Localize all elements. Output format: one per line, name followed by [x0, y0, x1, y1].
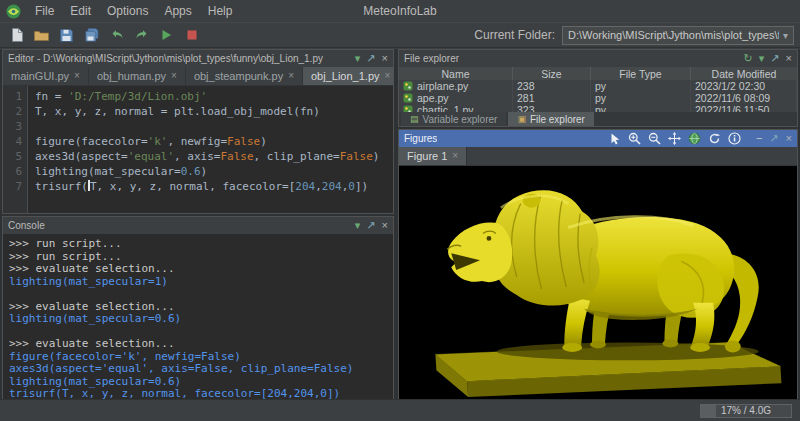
- file-size: 238: [513, 80, 591, 92]
- file-row-airplane-py[interactable]: airplane.py238py2023/1/2 02:30: [399, 80, 797, 92]
- figures-panel: Figures −↗× Figure 1×: [398, 129, 798, 400]
- close-icon[interactable]: ×: [786, 53, 792, 64]
- column-header-date-modified[interactable]: Date Modified: [691, 67, 797, 80]
- tab-close-icon[interactable]: ×: [452, 151, 458, 161]
- figures-window-controls: −↗×: [756, 133, 792, 144]
- open-file-icon[interactable]: [31, 25, 52, 46]
- rotate-icon[interactable]: [708, 132, 721, 145]
- figure-canvas[interactable]: [399, 166, 797, 399]
- save-file-icon[interactable]: [56, 25, 77, 46]
- info-icon[interactable]: [728, 132, 741, 145]
- new-file-icon[interactable]: [6, 25, 27, 46]
- line-number: 4: [3, 134, 22, 149]
- current-folder-combobox[interactable]: D:\Working\MIScript\Jython\mis\plot_type…: [562, 26, 794, 45]
- figure-tab-figure-1[interactable]: Figure 1×: [399, 147, 467, 165]
- float-icon[interactable]: ↗: [366, 53, 375, 64]
- grid-icon: ▤: [410, 115, 419, 124]
- run-script-icon[interactable]: [156, 25, 177, 46]
- stop-icon[interactable]: [181, 25, 202, 46]
- code-content[interactable]: fn = 'D:/Temp/3d/Lion.obj'T, x, y, z, no…: [28, 86, 393, 213]
- zoom-in-icon[interactable]: [628, 132, 641, 145]
- undo-icon[interactable]: [106, 25, 127, 46]
- python-file-icon: [403, 93, 413, 103]
- select-arrow-icon[interactable]: [610, 133, 621, 145]
- figure-tabstrip: Figure 1×: [399, 147, 797, 166]
- save-all-icon[interactable]: [81, 25, 102, 46]
- line-number: 2: [3, 104, 22, 119]
- file-table-header: NameSizeFile TypeDate Modified: [399, 67, 797, 80]
- tab-label: obj_steampunk.py: [194, 70, 283, 82]
- close-icon[interactable]: ×: [786, 133, 792, 144]
- tab-close-icon[interactable]: ×: [74, 71, 80, 81]
- main-area: Editor - D:\Working\MIScript\Jython\mis\…: [0, 49, 800, 399]
- minimize-icon[interactable]: −: [756, 133, 762, 144]
- file-date-modified: 2023/1/2 02:30: [691, 80, 797, 92]
- explorer-panel-tabs: ▤Variable explorer▣File explorer: [399, 112, 797, 126]
- panel-tab-file-explorer[interactable]: ▣File explorer: [508, 112, 594, 126]
- column-header-size[interactable]: Size: [513, 67, 591, 80]
- file-row-ape-py[interactable]: ape.py281py2022/11/6 08:09: [399, 92, 797, 104]
- chevron-down-icon[interactable]: ▾: [759, 53, 765, 64]
- editor-tab-obj-lion-1-py[interactable]: obj_Lion_1.py×: [303, 67, 394, 85]
- file-name: ape.py: [417, 92, 449, 104]
- column-header-file-type[interactable]: File Type: [591, 67, 691, 80]
- editor-tab-obj-human-py[interactable]: obj_human.py×: [89, 67, 186, 85]
- redo-icon[interactable]: [131, 25, 152, 46]
- editor-tab-obj-steampunk-py[interactable]: obj_steampunk.py×: [186, 67, 303, 85]
- pan-icon[interactable]: [668, 132, 681, 145]
- panel-tab-variable-explorer[interactable]: ▤Variable explorer: [401, 112, 506, 126]
- console-prompt: >>>: [9, 337, 36, 350]
- file-type: py: [591, 92, 691, 104]
- float-icon[interactable]: ↗: [770, 53, 779, 64]
- code-line: figure(facecolor='k', newfig=False): [35, 134, 393, 149]
- editor-tabstrip: mainGUI.py×obj_human.py×obj_steampunk.py…: [3, 67, 393, 86]
- menu-options[interactable]: Options: [99, 3, 156, 19]
- menu-edit[interactable]: Edit: [62, 3, 99, 19]
- combo-arrow-icon[interactable]: ▾: [779, 30, 788, 41]
- float-icon[interactable]: ↗: [769, 133, 778, 144]
- float-icon[interactable]: ↗: [366, 220, 375, 231]
- file-name: airplane.py: [417, 80, 468, 92]
- chevron-down-icon[interactable]: ▾: [355, 53, 361, 64]
- console-output[interactable]: >>> run script...>>> run script...>>> ev…: [3, 234, 393, 399]
- file-table-body: airplane.py238py2023/1/2 02:30ape.py281p…: [399, 80, 797, 112]
- refresh-icon[interactable]: ↻: [744, 53, 753, 64]
- tab-close-icon[interactable]: ×: [288, 71, 294, 81]
- line-number: 5: [3, 149, 22, 164]
- menu-file[interactable]: File: [27, 3, 62, 19]
- code-line: axes3d(aspect='equal', axis=False, clip_…: [35, 149, 393, 164]
- tab-label: mainGUI.py: [11, 70, 69, 82]
- file-date-modified: 2022/11/6 11:50: [691, 104, 797, 112]
- meteoinfo-logo-icon: [6, 3, 22, 19]
- editor-tab-maingui-py[interactable]: mainGUI.py×: [3, 67, 89, 85]
- chevron-down-icon[interactable]: ▾: [355, 220, 361, 231]
- zoom-out-icon[interactable]: [648, 132, 661, 145]
- line-number: 1: [3, 89, 22, 104]
- console-prompt: >>>: [9, 300, 36, 313]
- console-header-icons: ▾↗×: [355, 220, 388, 231]
- tab-close-icon[interactable]: ×: [385, 71, 391, 81]
- file-row-chartic-1-py[interactable]: chartic_1.py323py2022/11/6 11:50: [399, 104, 797, 112]
- column-header-name[interactable]: Name: [399, 67, 513, 80]
- main-toolbar: Current Folder: D:\Working\MIScript\Jyth…: [0, 22, 800, 48]
- current-folder-group: Current Folder: D:\Working\MIScript\Jyth…: [474, 26, 794, 45]
- tab-label: obj_Lion_1.py: [311, 70, 380, 82]
- console-prompt: >>>: [9, 262, 36, 275]
- menu-apps[interactable]: Apps: [156, 3, 199, 19]
- file-name: chartic_1.py: [417, 104, 474, 112]
- status-bar: 17% / 4.0G: [0, 399, 800, 421]
- meteoinfolab-window: FileEditOptionsAppsHelp MeteoInfoLab Cur…: [0, 0, 800, 421]
- tab-close-icon[interactable]: ×: [171, 71, 177, 81]
- code-editor[interactable]: 1234567 fn = 'D:/Temp/3d/Lion.obj'T, x, …: [3, 86, 393, 213]
- file-type: py: [591, 80, 691, 92]
- file-date-modified: 2022/11/6 08:09: [691, 92, 797, 104]
- menu-help[interactable]: Help: [200, 3, 241, 19]
- file-size: 281: [513, 92, 591, 104]
- globe-icon[interactable]: [688, 132, 701, 145]
- line-number: 3: [3, 119, 22, 134]
- code-line: fn = 'D:/Temp/3d/Lion.obj': [35, 89, 393, 104]
- memory-indicator[interactable]: 17% / 4.0G: [700, 404, 792, 418]
- close-icon[interactable]: ×: [382, 220, 388, 231]
- code-line: lighting(mat_specular=0.6): [35, 164, 393, 179]
- close-icon[interactable]: ×: [382, 53, 388, 64]
